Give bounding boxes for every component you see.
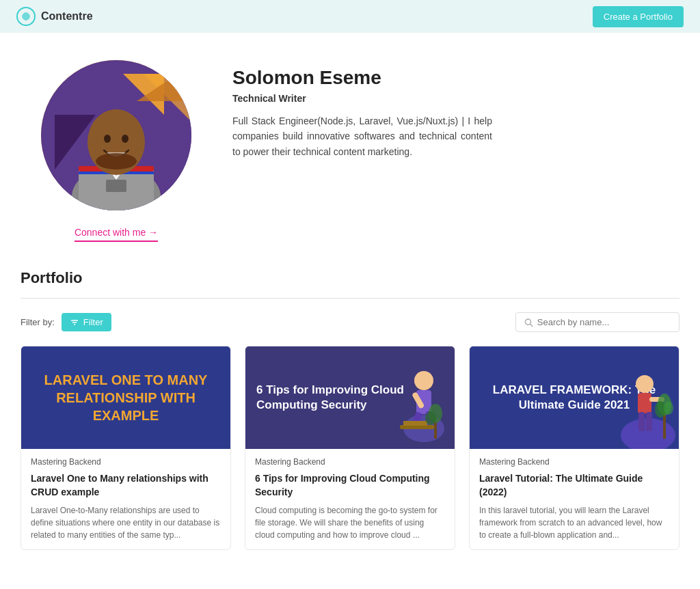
filter-label: Filter by: xyxy=(21,317,55,327)
avatar xyxy=(41,60,191,210)
portfolio-controls: Filter by: Filter xyxy=(21,312,679,332)
filter-icon xyxy=(70,318,79,327)
avatar-svg xyxy=(41,60,191,210)
card-1: LARAVEL ONE TO MANY RELATIONSHIP WITH EX… xyxy=(21,346,231,550)
card-1-title: Laravel One to Many relationships with C… xyxy=(31,472,221,499)
card-3: LARAVEL FRAMEWORK: The Ultimate Guide 20… xyxy=(469,346,679,550)
search-input[interactable] xyxy=(537,317,671,327)
svg-point-14 xyxy=(122,135,129,143)
search-icon xyxy=(524,318,533,327)
portfolio-divider xyxy=(21,298,679,299)
logo-icon xyxy=(16,7,36,26)
filter-button[interactable]: Filter xyxy=(62,313,111,331)
card-2-image-title: 6 Tips for Improving Cloud Computing Sec… xyxy=(245,376,455,420)
card-1-body: Mastering Backend Laravel One to Many re… xyxy=(21,449,230,549)
svg-rect-35 xyxy=(638,393,651,413)
card-2-category: Mastering Backend xyxy=(255,457,445,467)
svg-rect-38 xyxy=(646,412,652,431)
svg-point-13 xyxy=(104,135,111,143)
logo-text: Contentre xyxy=(41,10,93,23)
svg-rect-37 xyxy=(638,412,645,431)
card-3-title: Laravel Tutorial: The Ultimate Guide (20… xyxy=(479,472,669,499)
portfolio-title: Portfolio xyxy=(21,262,679,287)
svg-point-42 xyxy=(664,401,673,415)
card-3-body: Mastering Backend Laravel Tutorial: The … xyxy=(470,449,679,549)
card-image-2: 6 Tips for Improving Cloud Computing Sec… xyxy=(245,346,455,449)
avatar-container: Connect with me → xyxy=(41,60,191,242)
card-2-excerpt: Cloud computing is becoming the go-to sy… xyxy=(255,504,445,541)
profile-info: Solomon Eseme Technical Writer Full Stac… xyxy=(232,60,492,159)
card-3-illustration xyxy=(614,360,675,449)
profile-name: Solomon Eseme xyxy=(232,67,492,89)
svg-rect-16 xyxy=(106,180,126,192)
search-area xyxy=(515,312,679,332)
card-3-category: Mastering Backend xyxy=(479,457,669,467)
card-2: 6 Tips for Improving Cloud Computing Sec… xyxy=(245,346,455,550)
profile-title: Technical Writer xyxy=(232,93,492,104)
portfolio-section: Portfolio Filter by: Filter xyxy=(0,262,700,577)
card-1-image-title: LARAVEL ONE TO MANY RELATIONSHIP WITH EX… xyxy=(21,364,230,431)
card-2-body: Mastering Backend 6 Tips for Improving C… xyxy=(245,449,455,549)
header: Contentre Create a Portfolio xyxy=(0,0,700,33)
svg-line-21 xyxy=(530,324,533,326)
svg-point-15 xyxy=(96,153,137,169)
card-1-excerpt: Laravel One-to-Many relationships are us… xyxy=(31,504,221,541)
svg-rect-29 xyxy=(403,421,427,426)
logo-area: Contentre xyxy=(16,7,93,26)
filter-area: Filter by: Filter xyxy=(21,313,111,331)
profile-bio: Full Stack Engineer(Node.js, Laravel, Vu… xyxy=(232,113,492,159)
card-2-title: 6 Tips for Improving Cloud Computing Sec… xyxy=(255,472,445,499)
connect-link[interactable]: Connect with me → xyxy=(75,227,158,242)
card-1-category: Mastering Backend xyxy=(31,457,221,467)
create-portfolio-button[interactable]: Create a Portfolio xyxy=(593,6,684,27)
card-image-1: LARAVEL ONE TO MANY RELATIONSHIP WITH EX… xyxy=(21,346,230,449)
svg-point-34 xyxy=(636,375,654,393)
cards-grid: LARAVEL ONE TO MANY RELATIONSHIP WITH EX… xyxy=(21,346,679,550)
card-image-3: LARAVEL FRAMEWORK: The Ultimate Guide 20… xyxy=(470,346,679,449)
profile-section: Connect with me → Solomon Eseme Technica… xyxy=(0,33,700,262)
card-3-excerpt: In this laravel tutorial, you will learn… xyxy=(479,504,669,541)
